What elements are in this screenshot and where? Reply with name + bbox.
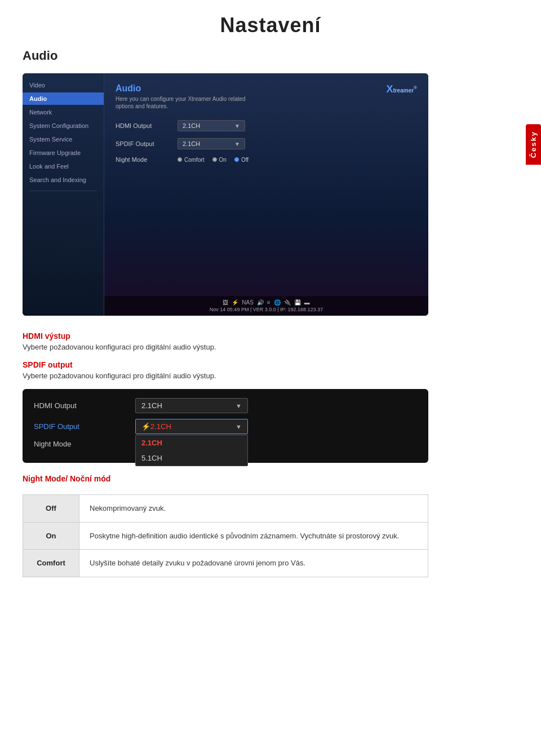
- table-row-on: On Poskytne high-definition audio identi…: [23, 522, 428, 550]
- statusbar-icon-1: 🖼: [223, 299, 228, 306]
- table-row-off: Off Nekomprimovaný zvuk.: [23, 495, 428, 523]
- ui-sidebar: Video Audio Network System Configuration…: [23, 73, 104, 316]
- night-mode-label: Night Mode: [116, 156, 178, 163]
- table-desc-on: Poskytne high-definition audio identické…: [79, 522, 428, 550]
- spdif-output-label: SPDIF Output: [116, 140, 178, 147]
- dropdown-spdif-select[interactable]: ⚡2.1CH ▼: [135, 419, 248, 434]
- night-mode-row: Night Mode Comfort On Off: [116, 156, 417, 163]
- ui-panel-title: Audio: [116, 83, 256, 94]
- dropdown-demo: HDMI Output 2.1CH ▼ SPDIF Output ⚡2.1CH …: [23, 389, 428, 463]
- spdif-output-arrow: ▼: [234, 141, 240, 147]
- sidebar-item-firmware[interactable]: Firmware Upgrade: [23, 147, 104, 159]
- off-radio-dot: [234, 157, 239, 162]
- ui-panel: Audio Here you can configure your Xtream…: [104, 73, 428, 316]
- statusbar-icon-6: 🔌: [284, 299, 291, 306]
- comfort-label: Comfort: [184, 157, 205, 163]
- spdif-section-title: SPDIF output: [23, 360, 518, 369]
- dropdown-spdif-label: SPDIF Output: [34, 422, 135, 431]
- spdif-text-section: SPDIF output Vyberte požadovanou konfigu…: [23, 360, 518, 380]
- on-radio-dot: [212, 157, 217, 162]
- page-title: Nastavení: [0, 0, 541, 43]
- comfort-radio-dot: [178, 157, 182, 162]
- sidebar-item-system-config[interactable]: System Configuration: [23, 120, 104, 132]
- screenshot-box: Video Audio Network System Configuration…: [23, 73, 428, 316]
- dropdown-hdmi-arrow: ▼: [236, 403, 242, 409]
- night-mode-off[interactable]: Off: [234, 157, 249, 163]
- dropdown-spdif-row: SPDIF Output ⚡2.1CH ▼ 2.1CH 5.1CH: [34, 419, 417, 434]
- off-label: Off: [241, 157, 249, 163]
- hdmi-output-text: 2.1CH: [183, 122, 200, 129]
- spdif-output-row: SPDIF Output 2.1CH ▼: [116, 138, 417, 149]
- table-label-on: On: [23, 522, 79, 550]
- hdmi-text-section: HDMI výstup Vyberte požadovanou konfigur…: [23, 331, 518, 351]
- hdmi-output-arrow: ▼: [234, 123, 240, 129]
- statusbar-icon-3: 🔊: [257, 299, 264, 306]
- dropdown-option-21ch[interactable]: 2.1CH: [136, 435, 247, 450]
- night-mode-radio-group: Comfort On Off: [178, 157, 249, 163]
- ui-panel-subtitle: Here you can configure your Xtreamer Aud…: [116, 95, 256, 110]
- dropdown-hdmi-row: HDMI Output 2.1CH ▼: [34, 398, 417, 413]
- sidebar-item-network[interactable]: Network: [23, 106, 104, 118]
- info-table: Off Nekomprimovaný zvuk. On Poskytne hig…: [23, 494, 428, 577]
- table-label-comfort: Comfort: [23, 550, 79, 577]
- statusbar-icon-7: 💾: [294, 299, 301, 306]
- sidebar-item-search[interactable]: Search and Indexing: [23, 174, 104, 186]
- sidebar-item-look[interactable]: Look and Feel: [23, 160, 104, 173]
- spdif-output-text: 2.1CH: [183, 140, 200, 147]
- statusbar-icon-2: ⚡: [232, 299, 238, 306]
- hdmi-section-title: HDMI výstup: [23, 331, 518, 341]
- hdmi-output-row: HDMI Output 2.1CH ▼: [116, 120, 417, 131]
- side-tab[interactable]: Česky: [526, 124, 541, 165]
- table-label-off: Off: [23, 495, 79, 523]
- dropdown-hdmi-value: 2.1CH: [141, 401, 162, 410]
- dropdown-night-label: Night Mode: [34, 440, 135, 448]
- night-mode-on[interactable]: On: [212, 157, 227, 163]
- dropdown-hdmi-label: HDMI Output: [34, 401, 135, 410]
- statusbar-icon-8: ▬: [304, 299, 310, 306]
- statusbar-text: Nov 14 05:49 PM | VER 3.0.0 | IP: 192.16…: [210, 307, 323, 312]
- night-mode-section-label: Night Mode/ Noční mód: [23, 474, 518, 483]
- section-heading: Audio: [23, 48, 518, 63]
- night-mode-comfort[interactable]: Comfort: [178, 157, 205, 163]
- hdmi-section-body: Vyberte požadovanou konfiguraci pro digi…: [23, 343, 518, 351]
- spdif-output-value[interactable]: 2.1CH ▼: [178, 138, 245, 149]
- dropdown-option-51ch[interactable]: 5.1CH: [136, 450, 247, 466]
- hdmi-output-value[interactable]: 2.1CH ▼: [178, 120, 245, 131]
- sidebar-item-audio[interactable]: Audio: [23, 92, 104, 105]
- dropdown-spdif-arrow: ▼: [236, 423, 242, 430]
- xtreamer-logo: Xtreamer®: [386, 83, 417, 95]
- dropdown-open-menu: 2.1CH 5.1CH: [135, 435, 248, 466]
- sidebar-item-system-service[interactable]: System Service: [23, 133, 104, 145]
- dropdown-spdif-value: ⚡2.1CH: [141, 422, 171, 431]
- table-row-comfort: Comfort Uslyšíte bohaté detaily zvuku v …: [23, 550, 428, 577]
- table-desc-comfort: Uslyšíte bohaté detaily zvuku v požadova…: [79, 550, 428, 577]
- statusbar-icon-nas: NAS: [242, 299, 254, 306]
- on-label: On: [219, 157, 227, 163]
- statusbar-icon-4: ≡: [267, 299, 270, 306]
- spdif-section-body: Vyberte požadovanou konfiguraci pro digi…: [23, 372, 518, 380]
- statusbar-icons: 🖼 ⚡ NAS 🔊 ≡ 🌐 🔌 💾 ▬: [223, 299, 309, 306]
- sidebar-divider: [29, 191, 97, 191]
- dropdown-hdmi-select[interactable]: 2.1CH ▼: [135, 398, 248, 413]
- sidebar-item-video[interactable]: Video: [23, 79, 104, 91]
- hdmi-output-label: HDMI Output: [116, 122, 178, 129]
- ui-statusbar: 🖼 ⚡ NAS 🔊 ≡ 🌐 🔌 💾 ▬ Nov 14 05:49 PM | VE…: [104, 296, 428, 316]
- table-desc-off: Nekomprimovaný zvuk.: [79, 495, 428, 523]
- ui-panel-header: Audio Here you can configure your Xtream…: [116, 83, 417, 110]
- statusbar-icon-5: 🌐: [274, 299, 281, 306]
